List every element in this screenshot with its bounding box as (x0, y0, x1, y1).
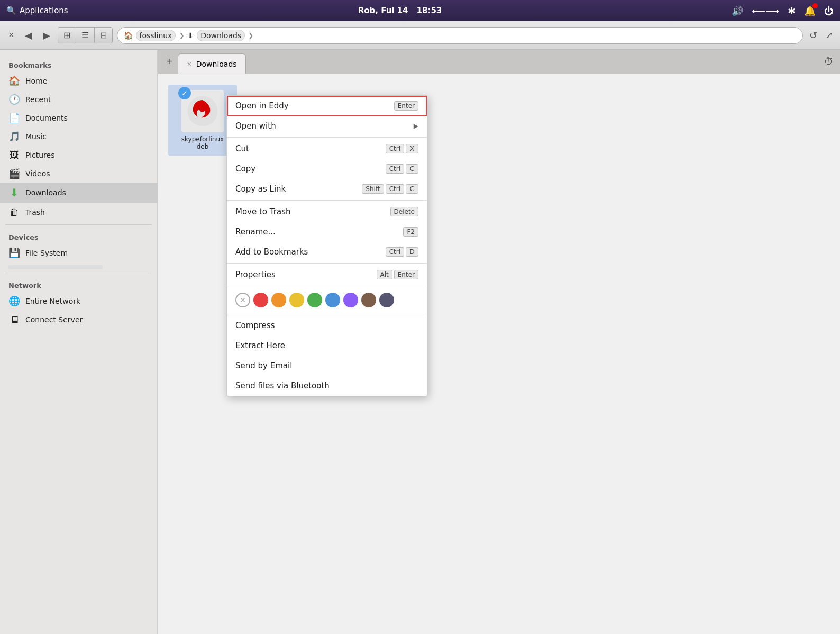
color-green-button[interactable] (307, 293, 322, 307)
sidebar-item-trash[interactable]: 🗑 Trash (0, 203, 157, 221)
sidebar-item-downloads[interactable]: ⬇ Downloads (0, 183, 157, 203)
ctx-copy-label: Copy (235, 164, 386, 174)
forward-button[interactable]: ▶ (40, 28, 53, 43)
color-purple-button[interactable] (343, 293, 358, 307)
tab-downloads[interactable]: × Downloads (178, 53, 246, 74)
ctx-rename-shortcut: F2 (403, 227, 418, 237)
ctx-open-in-eddy-label: Open in Eddy (235, 101, 394, 111)
sidebar-item-pictures[interactable]: 🖼 Pictures (0, 146, 157, 164)
downloads-icon: ⬇ (187, 31, 194, 40)
home-sidebar-label: Home (25, 77, 47, 85)
ctx-send-via-bluetooth[interactable]: Send files via Bluetooth (227, 376, 427, 396)
sidebar: Bookmarks 🏠 Home 🕐 Recent 📄 Documents 🎵 … (0, 50, 158, 634)
sidebar-scrollbar[interactable] (8, 265, 103, 269)
reload-button[interactable]: ↺ (807, 28, 819, 43)
sidebar-item-home[interactable]: 🏠 Home (0, 71, 157, 90)
tab-close-icon[interactable]: × (187, 60, 192, 68)
ctx-bookmarks-shortcut: Ctrl D (386, 247, 418, 257)
context-menu: Open in Eddy Enter Open with ▶ Cut Ctrl (226, 95, 427, 396)
view-compact-button[interactable]: ⊟ (95, 28, 112, 43)
network-icon: ⟵⟶ (752, 5, 779, 16)
color-yellow-button[interactable] (289, 293, 304, 307)
trash-sidebar-label: Trash (25, 208, 45, 216)
ctx-compress[interactable]: Compress (227, 315, 427, 336)
ctx-cal-c: C (406, 184, 418, 194)
color-red-button[interactable] (253, 293, 268, 307)
bluetooth-icon[interactable]: ✱ (788, 5, 796, 16)
sidebar-item-recent[interactable]: 🕐 Recent (0, 90, 157, 108)
ctx-rename[interactable]: Rename... F2 (227, 222, 427, 242)
sidebar-divider-1 (5, 224, 152, 225)
network-section-label: Network (0, 276, 157, 292)
connect-server-sidebar-label: Connect Server (25, 315, 83, 324)
downloads-sidebar-icon: ⬇ (8, 186, 20, 199)
ctx-atb-ctrl: Ctrl (386, 247, 404, 257)
search-icon: 🔍 (6, 6, 16, 15)
ctx-send-by-email[interactable]: Send by Email (227, 356, 427, 376)
ctx-open-with[interactable]: Open with ▶ (227, 116, 427, 136)
address-crumb-downloads[interactable]: Downloads (197, 30, 245, 41)
ctx-cal-ctrl: Ctrl (386, 184, 404, 194)
expand-button[interactable]: ⤢ (824, 28, 835, 42)
color-blue-button[interactable] (325, 293, 340, 307)
documents-sidebar-label: Documents (25, 114, 68, 122)
ctx-open-in-eddy[interactable]: Open in Eddy Enter (227, 96, 427, 116)
ctx-copy-as-link-shortcut: Shift Ctrl C (362, 184, 418, 194)
bookmarks-section-label: Bookmarks (0, 56, 157, 71)
color-none-button[interactable]: ✕ (235, 293, 250, 307)
date-label: Rob, Ful 14 (358, 6, 408, 15)
file-label: skypeforlinux deb (181, 135, 224, 150)
sidebar-item-entire-network[interactable]: 🌐 Entire Network (0, 292, 157, 310)
view-icons-button[interactable]: ⊞ (58, 28, 76, 43)
ctx-copy-as-link[interactable]: Copy as Link Shift Ctrl C (227, 179, 427, 199)
ctx-add-to-bookmarks-label: Add to Bookmarks (235, 247, 386, 257)
back-button[interactable]: ◀ (22, 28, 35, 43)
content-area: + × Downloads ⏱ ✓ (158, 50, 840, 634)
ctx-f2-key: F2 (403, 227, 418, 237)
color-orange-button[interactable] (271, 293, 286, 307)
ctx-copy-ctrl: Ctrl (386, 164, 404, 174)
ctx-extract-here[interactable]: Extract Here (227, 336, 427, 356)
ctx-cut[interactable]: Cut Ctrl X (227, 139, 427, 159)
ctx-send-via-bluetooth-label: Send files via Bluetooth (235, 381, 418, 391)
ctx-atb-d: D (406, 247, 418, 257)
volume-icon[interactable]: 🔊 (732, 5, 743, 16)
ctx-move-to-trash[interactable]: Move to Trash Delete (227, 202, 427, 222)
notification-icon[interactable]: 🔔 (804, 5, 816, 16)
file-check-badge: ✓ (178, 87, 191, 99)
ctx-divider-4 (227, 286, 427, 286)
ctx-divider-3 (227, 263, 427, 264)
address-crumb-home[interactable]: fosslinux (136, 30, 176, 41)
view-list-button[interactable]: ☰ (76, 28, 95, 43)
view-button-group: ⊞ ☰ ⊟ (58, 27, 113, 43)
ctx-cut-label: Cut (235, 144, 386, 153)
applications-label[interactable]: Applications (20, 6, 68, 15)
videos-sidebar-icon: 🎬 (8, 168, 20, 179)
devices-section-label: Devices (0, 228, 157, 243)
ctx-enter-key: Enter (394, 101, 418, 111)
sidebar-item-filesystem[interactable]: 💾 File System (0, 243, 157, 262)
sidebar-item-videos[interactable]: 🎬 Videos (0, 164, 157, 183)
documents-sidebar-icon: 📄 (8, 112, 20, 123)
tab-label: Downloads (196, 60, 237, 68)
tab-bar: + × Downloads ⏱ (158, 50, 840, 74)
history-button[interactable]: ⏱ (818, 56, 840, 67)
new-tab-button[interactable]: + (161, 50, 178, 74)
address-bar[interactable]: 🏠 fosslinux ❯ ⬇ Downloads ❯ (117, 27, 803, 44)
videos-sidebar-label: Videos (25, 169, 50, 178)
close-button[interactable]: × (5, 28, 17, 43)
ctx-properties[interactable]: Properties Alt Enter (227, 265, 427, 285)
filesystem-sidebar-label: File System (25, 249, 68, 257)
ctx-add-to-bookmarks[interactable]: Add to Bookmarks Ctrl D (227, 242, 427, 262)
sidebar-item-connect-server[interactable]: 🖥 Connect Server (0, 310, 157, 329)
entire-network-sidebar-label: Entire Network (25, 297, 80, 305)
sidebar-item-music[interactable]: 🎵 Music (0, 127, 157, 146)
music-sidebar-icon: 🎵 (8, 131, 20, 142)
power-icon[interactable]: ⏻ (824, 5, 834, 16)
ctx-cut-shortcut: Ctrl X (386, 144, 418, 153)
ctx-copy-c: C (406, 164, 418, 174)
color-brown-button[interactable] (361, 293, 376, 307)
color-dark-gray-button[interactable] (379, 293, 394, 307)
sidebar-item-documents[interactable]: 📄 Documents (0, 108, 157, 127)
ctx-copy[interactable]: Copy Ctrl C (227, 159, 427, 179)
